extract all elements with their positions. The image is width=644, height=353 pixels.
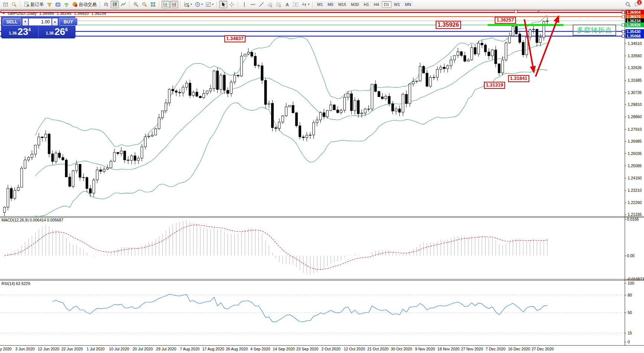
shapes-button[interactable]: ▾	[300, 1, 310, 8]
candle-body	[127, 160, 129, 160]
channel-button[interactable]: E	[266, 1, 274, 8]
sell-button[interactable]: SELL	[3, 18, 21, 26]
candle-body	[240, 56, 243, 76]
candle-body	[299, 126, 301, 137]
text-button[interactable]: A	[283, 1, 291, 8]
candle-body	[368, 109, 370, 109]
zoom-out-button[interactable]	[140, 1, 149, 8]
bar-chart-icon	[103, 1, 109, 7]
price-callout-label[interactable]: 1.35926	[436, 21, 461, 29]
line-chart-button[interactable]	[119, 1, 127, 8]
indicators-button[interactable]: ▾	[183, 1, 193, 8]
candle-body	[488, 52, 490, 56]
candle-body	[65, 160, 68, 177]
label-button[interactable]: T	[292, 1, 300, 8]
data-window-button[interactable]	[1, 1, 10, 8]
search-button[interactable]	[624, 1, 632, 8]
candle-body	[72, 171, 74, 186]
tile-windows-button[interactable]	[149, 1, 157, 8]
line-handle[interactable]	[622, 15, 625, 18]
notifications-button[interactable]: 1	[633, 1, 641, 8]
candle-body	[344, 97, 346, 110]
fibonacci-button[interactable]: F	[274, 1, 283, 8]
candle-body	[423, 67, 425, 73]
line-handle[interactable]	[622, 30, 625, 33]
trendline-icon	[258, 1, 264, 7]
timeframe-M15[interactable]: M15	[336, 1, 348, 8]
periods-button[interactable]: ▾	[193, 1, 204, 8]
candle-body	[158, 118, 160, 129]
signals-button[interactable]	[62, 1, 71, 8]
macd-pane[interactable]	[4, 220, 547, 275]
price-callout-label[interactable]: 1.31319	[484, 82, 505, 89]
candle-body	[381, 97, 384, 98]
rsi-pane[interactable]	[0, 294, 625, 333]
timeframe-MN[interactable]: MN	[403, 1, 413, 8]
new-order-button[interactable]: 新订单	[23, 1, 45, 8]
vertical-line-button[interactable]	[240, 1, 248, 8]
candlestick-chart-button[interactable]	[111, 1, 119, 8]
candle-body	[374, 84, 377, 92]
zoom-in-button[interactable]	[132, 1, 140, 8]
volume-up-button[interactable]: ▲	[52, 18, 58, 26]
candle-body	[378, 91, 380, 97]
candle-body	[402, 94, 404, 112]
candle-body	[546, 21, 549, 21]
auto-trading-button[interactable]: 自动交易	[71, 1, 98, 8]
timeframe-M5[interactable]: M5	[325, 1, 335, 8]
volume-input[interactable]	[29, 18, 52, 26]
cursor-button[interactable]	[219, 1, 227, 8]
timeframe-W1[interactable]: W1	[392, 1, 403, 8]
annotation-text-box[interactable]: 多空转折点	[573, 25, 616, 36]
line-handle[interactable]	[622, 23, 625, 26]
collapse-icon[interactable]: ▲	[2, 11, 5, 16]
chart-shift-button[interactable]	[170, 1, 178, 8]
candle-body	[82, 177, 85, 178]
timeframe-H1[interactable]: H1	[361, 1, 371, 8]
candle-body	[471, 48, 473, 60]
candle-body	[292, 106, 294, 113]
sell-price[interactable]: 1.36 23 4	[1, 26, 39, 38]
auto-scroll-button[interactable]	[162, 1, 170, 8]
candle-body	[185, 83, 188, 87]
main-pane[interactable]	[0, 10, 625, 217]
timeframe-H4[interactable]: H4	[372, 1, 381, 8]
trendline-button[interactable]	[257, 1, 266, 8]
indicators-icon	[184, 1, 190, 7]
line-handle[interactable]	[514, 10, 517, 13]
line-chart-icon	[120, 1, 126, 7]
candle-body	[213, 71, 215, 89]
candle-body	[306, 135, 308, 138]
candle-body	[289, 106, 291, 107]
line-handle[interactable]	[622, 11, 625, 14]
chart-upload-button[interactable]	[54, 1, 62, 8]
candle-body	[446, 66, 449, 69]
candle-body	[282, 116, 284, 122]
buy-button[interactable]: BUY	[59, 18, 78, 26]
price-callout-label[interactable]: 1.31841	[508, 75, 529, 82]
candle-body	[347, 94, 349, 97]
buy-price[interactable]: 1.36 26 6	[39, 26, 75, 38]
arrow-object[interactable]	[536, 17, 558, 77]
timeframe-M30[interactable]: M30	[349, 1, 361, 8]
timeframe-D1[interactable]: D1	[382, 1, 391, 8]
auto-trading-icon	[72, 1, 78, 7]
candle-body	[137, 158, 140, 161]
one-click-top-row: SELL ▼ ▲ BUY	[1, 17, 75, 26]
market-watch-button[interactable]	[10, 1, 18, 8]
bar-chart-button[interactable]	[102, 1, 110, 8]
volume-down-button[interactable]: ▼	[22, 18, 28, 26]
price-callout-label[interactable]: 1.34837	[224, 35, 245, 42]
expert-advisors-button[interactable]	[45, 1, 53, 8]
timeframe-M1[interactable]: M1	[315, 1, 325, 8]
candle-body	[20, 168, 23, 187]
candle-body	[268, 103, 270, 104]
templates-button[interactable]: ▾	[204, 1, 215, 8]
horizontal-line-button[interactable]	[249, 1, 257, 8]
line-handle[interactable]	[622, 35, 625, 38]
candle-body	[162, 111, 164, 118]
price-callout-label[interactable]: 1.36257	[495, 17, 516, 24]
toolbar-separator	[180, 1, 181, 8]
crosshair-button[interactable]	[228, 1, 236, 8]
chart-canvas[interactable]	[0, 0, 644, 353]
